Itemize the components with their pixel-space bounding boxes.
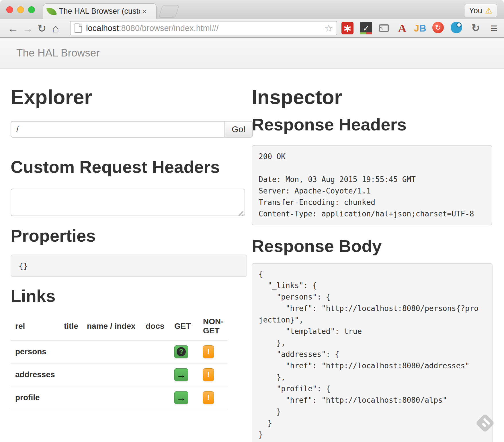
- page-icon: [75, 24, 82, 33]
- warning-icon: ⚠: [485, 6, 492, 15]
- pie-extension-icon[interactable]: [451, 22, 462, 33]
- address-bar[interactable]: localhost:8080/browser/index.html#/ ☆: [70, 21, 337, 35]
- window-zoom-button[interactable]: [28, 6, 35, 13]
- site-navbar: The HAL Browser: [0, 38, 504, 69]
- get-button[interactable]: ?: [174, 345, 188, 358]
- window-close-button[interactable]: [6, 6, 13, 13]
- jetbrains-extension-icon[interactable]: JB: [414, 22, 426, 34]
- question-icon: ?: [177, 347, 186, 356]
- arrow-right-icon: →: [176, 370, 186, 380]
- resource-url-input[interactable]: [11, 121, 224, 138]
- url-text[interactable]: localhost:8080/browser/index.html#/: [86, 24, 325, 33]
- rel-label: profile: [11, 386, 59, 409]
- response-body-title: Response Body: [252, 236, 493, 257]
- inspector-title: Inspector: [252, 85, 493, 109]
- tab-title: The HAL Browser (customiz: [59, 7, 140, 16]
- custom-headers-wrapper: [11, 178, 245, 217]
- refresh-extension-icon[interactable]: ↻: [432, 22, 444, 33]
- table-row-addresses: addresses → !: [11, 363, 227, 386]
- col-title: title: [59, 313, 82, 340]
- non-get-button[interactable]: !: [203, 368, 214, 381]
- response-headers-content: 200 OK Date: Mon, 03 Aug 2015 19:55:45 G…: [252, 145, 492, 225]
- explorer-title: Explorer: [11, 85, 253, 109]
- table-row-profile: profile → !: [11, 386, 227, 409]
- links-header-row: rel title name / index docs GET NON-GET: [11, 313, 227, 340]
- page-content: Explorer Go! Custom Request Headers Prop…: [0, 69, 504, 442]
- cast-icon: [379, 24, 389, 32]
- blue-disc-icon: [451, 22, 462, 33]
- back-button[interactable]: ←: [7, 22, 18, 34]
- site-brand: The HAL Browser: [16, 47, 100, 59]
- home-button[interactable]: ⌂: [52, 22, 59, 34]
- url-path: :8080/browser/index.html#/: [119, 24, 218, 33]
- links-title: Links: [11, 285, 253, 307]
- url-host: localhost: [86, 24, 119, 33]
- profile-label: You: [469, 6, 482, 15]
- col-name-index: name / index: [82, 313, 141, 340]
- col-get: GET: [170, 313, 198, 340]
- sync-extension-icon[interactable]: ↻: [470, 22, 482, 34]
- col-docs: docs: [141, 313, 170, 340]
- spring-leaf-favicon-icon: [46, 6, 57, 17]
- chrome-menu-icon[interactable]: ≡: [488, 22, 500, 34]
- rel-label: persons: [11, 340, 59, 363]
- new-tab-button[interactable]: [159, 5, 179, 18]
- get-button[interactable]: →: [174, 391, 188, 404]
- custom-request-headers-title: Custom Request Headers: [11, 157, 253, 178]
- reload-button[interactable]: ↻: [37, 22, 46, 34]
- lastpass-extension-icon[interactable]: ∗: [341, 22, 353, 34]
- tab-close-icon[interactable]: ×: [142, 7, 147, 16]
- col-rel: rel: [11, 313, 59, 340]
- col-non-get: NON-GET: [198, 313, 227, 340]
- response-body-content: { "_links": { "persons": { "href": "http…: [252, 263, 493, 442]
- window-titlebar: The HAL Browser (customiz × You ⚠: [0, 0, 504, 19]
- arrow-right-icon: →: [176, 393, 186, 402]
- properties-value: {}: [11, 255, 247, 277]
- custom-headers-textarea[interactable]: [11, 189, 245, 216]
- inspector-column: Inspector Response Headers 200 OK Date: …: [252, 69, 493, 442]
- go-button[interactable]: Go!: [224, 121, 253, 138]
- response-headers-title: Response Headers: [252, 114, 493, 135]
- explorer-column: Explorer Go! Custom Request Headers Prop…: [11, 69, 253, 409]
- non-get-button[interactable]: !: [203, 391, 214, 404]
- explorer-form: Go!: [11, 121, 253, 138]
- browser-toolbar: ← → ↻ ⌂ localhost:8080/browser/index.htm…: [0, 19, 504, 38]
- rel-label: addresses: [11, 363, 59, 386]
- links-table: rel title name / index docs GET NON-GET …: [11, 313, 227, 409]
- forward-button[interactable]: →: [22, 22, 33, 34]
- chromecast-extension-icon[interactable]: [378, 22, 390, 34]
- browser-tab[interactable]: The HAL Browser (customiz ×: [43, 3, 157, 19]
- properties-title: Properties: [11, 225, 253, 247]
- checker-extension-icon[interactable]: ✓: [360, 22, 372, 34]
- table-row-persons: persons ? !: [11, 340, 227, 363]
- bookmark-star-icon[interactable]: ☆: [325, 22, 333, 34]
- profile-button[interactable]: You ⚠: [464, 4, 497, 17]
- exclamation-icon: !: [207, 370, 210, 379]
- non-get-button[interactable]: !: [203, 345, 214, 358]
- exclamation-icon: !: [207, 347, 210, 356]
- window-minimize-button[interactable]: [17, 6, 24, 13]
- get-button[interactable]: →: [174, 368, 188, 381]
- exclamation-icon: !: [207, 393, 210, 402]
- letter-a-extension-icon[interactable]: A: [396, 22, 408, 34]
